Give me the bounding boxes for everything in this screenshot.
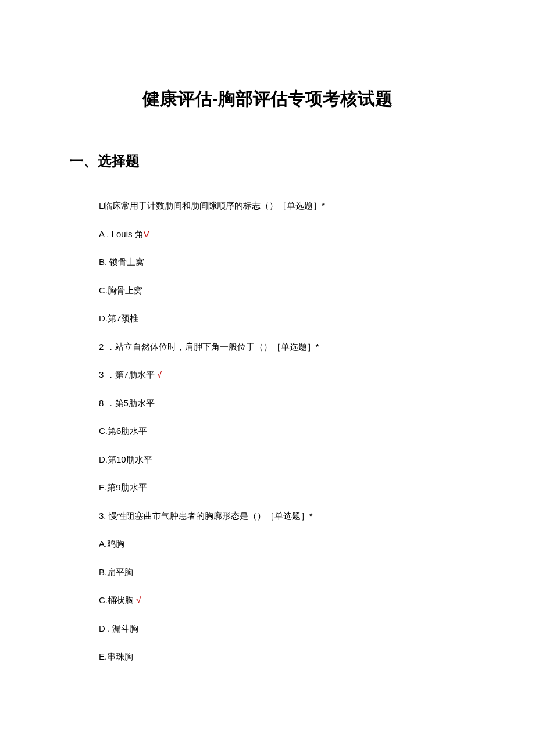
correct-mark-icon: V <box>144 229 149 239</box>
option: D . 漏斗胸 <box>99 622 465 636</box>
option-text: C.第6肋水平 <box>99 426 147 436</box>
option-text: E.串珠胸 <box>99 651 133 661</box>
option: E.串珠胸 <box>99 650 465 664</box>
option-text: D.第7颈椎 <box>99 313 138 323</box>
option: D.第10肋水平 <box>99 453 465 467</box>
option-text: A.鸡胸 <box>99 539 124 549</box>
option: C.第6肋水平 <box>99 425 465 438</box>
option: A.鸡胸 <box>99 538 465 551</box>
question-block: L临床常用于计数肋间和肋间隙顺序的标志（）［单选题］* A . Louis 角V… <box>99 199 465 664</box>
option: A . Louis 角V <box>99 228 465 241</box>
correct-mark-icon: √ <box>136 595 141 605</box>
option-text: C.胸骨上窝 <box>99 285 142 295</box>
option-text: B.扁平胸 <box>99 567 133 577</box>
option: C.胸骨上窝 <box>99 284 465 298</box>
option-text: E.第9肋水平 <box>99 482 147 492</box>
question-stem: 2 ．站立自然体位时，肩胛下角一般位于（）［单选题］* <box>99 341 465 354</box>
option: 3 ．第7肋水平 √ <box>99 368 465 382</box>
option: E.第9肋水平 <box>99 481 465 495</box>
option: B. 锁骨上窝 <box>99 256 465 269</box>
option: 8 ．第5肋水平 <box>99 397 465 410</box>
option: D.第7颈椎 <box>99 312 465 325</box>
question-stem: L临床常用于计数肋间和肋间隙顺序的标志（）［单选题］* <box>99 199 465 213</box>
option: B.扁平胸 <box>99 566 465 579</box>
option: C.桶状胸 √ <box>99 594 465 607</box>
option-text: C.桶状胸 <box>99 595 136 605</box>
option-text: A . Louis 角 <box>99 229 144 239</box>
question-stem: 3. 慢性阻塞曲市气肿患者的胸廓形态是（）［单选题］* <box>99 510 465 523</box>
option-text: B. 锁骨上窝 <box>99 257 144 267</box>
option-text: 3 ．第7肋水平 <box>99 370 157 379</box>
option-text: D.第10肋水平 <box>99 454 152 464</box>
option-text: 8 ．第5肋水平 <box>99 398 155 408</box>
option-text: D . 漏斗胸 <box>99 624 138 633</box>
correct-mark-icon: √ <box>157 370 162 379</box>
section-heading: 一、选择题 <box>70 152 465 170</box>
document-title: 健康评估-胸部评估专项考核试题 <box>70 87 465 111</box>
